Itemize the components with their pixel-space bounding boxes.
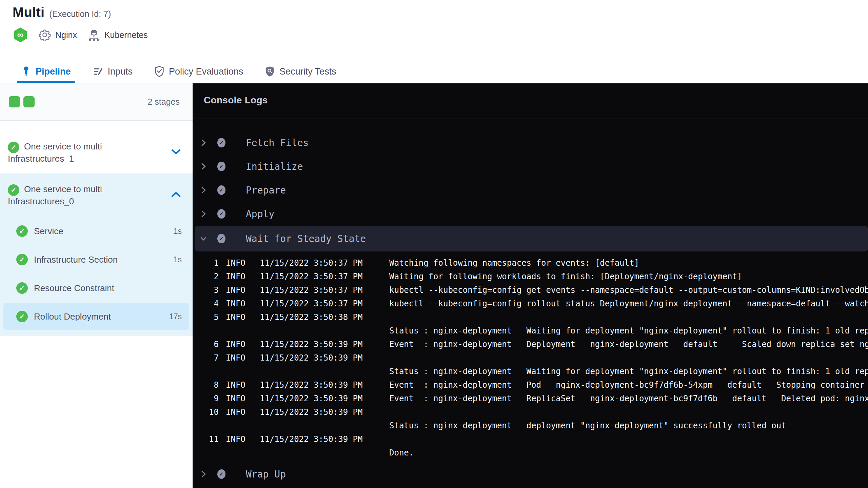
status-success-icon: ✓ [16, 311, 28, 322]
step-row[interactable]: ✓Infrastructure Section1s [3, 246, 189, 273]
log-message: kubectl --kubeconfig=config get events -… [389, 285, 868, 295]
log-message: Status : nginx-deployment Waiting for de… [389, 326, 868, 336]
chevron-down-icon[interactable] [170, 148, 182, 157]
chevron-right-icon[interactable] [199, 162, 208, 171]
execution-summary-bar: 2 stages [0, 83, 193, 121]
stage-status-squares [9, 96, 35, 107]
pipeline-icon [21, 66, 31, 77]
step-name: Infrastructure Section [34, 255, 118, 265]
page-title: Multi [13, 5, 44, 20]
chevron-up-icon[interactable] [170, 191, 182, 199]
log-level: INFO [226, 380, 260, 390]
log-row: 5INFO11/15/2022 3:50:38 PM [198, 310, 868, 324]
environment-name: Kubernetes [104, 30, 148, 40]
console-section-name: Apply [246, 208, 274, 220]
stage-row-infrastructures-1[interactable]: ✓ One service to multiInfrastructures_1 [0, 131, 193, 174]
log-line-number: 8 [198, 380, 219, 390]
status-success-icon: ✓ [217, 138, 225, 147]
log-line-number: 5 [198, 312, 219, 322]
console-section-row[interactable]: ✓Prepare [193, 178, 868, 202]
step-row[interactable]: ✓Service1s [3, 218, 189, 245]
status-success-icon: ✓ [16, 254, 28, 265]
shield-check-icon [154, 66, 164, 77]
log-level: INFO [226, 407, 260, 417]
log-level: INFO [226, 285, 260, 295]
log-line-number: 9 [198, 394, 219, 403]
log-row: 3INFO11/15/2022 3:50:37 PMkubectl --kube… [198, 283, 868, 297]
tab-pipeline[interactable]: Pipeline [17, 60, 75, 83]
step-duration: 1s [174, 227, 182, 236]
status-success-icon: ✓ [217, 209, 225, 219]
active-tab-underline [17, 81, 75, 83]
console-panel: Console Logs ✓Fetch Files✓Initialize✓Pre… [193, 83, 868, 488]
log-row: 1INFO11/15/2022 3:50:37 PMWatching follo… [198, 256, 868, 270]
log-level: INFO [226, 353, 260, 363]
console-body: ✓Fetch Files✓Initialize✓Prepare✓Apply✓Wa… [193, 119, 868, 486]
log-message: Status : nginx-deployment Waiting for de… [389, 367, 868, 376]
log-line-number: 2 [198, 272, 219, 281]
status-success-icon: ✓ [217, 162, 225, 171]
log-message: Waiting for following workloads to finis… [389, 272, 868, 281]
console-section-row[interactable]: ✓Wait for Steady State [195, 226, 868, 251]
step-name: Service [34, 226, 63, 237]
status-success-icon: ✓ [16, 282, 28, 294]
log-line-number: 10 [198, 407, 219, 417]
step-row[interactable]: ✓Rollout Deployment17s [3, 303, 189, 330]
environment-entity[interactable]: Kubernetes [88, 28, 148, 41]
tab-inputs[interactable]: Inputs [88, 60, 137, 83]
log-row: Done. [198, 446, 868, 460]
harness-cd-icon: ∞ [13, 27, 28, 43]
log-row: Status : nginx-deployment Waiting for de… [198, 324, 868, 338]
log-level: INFO [226, 434, 260, 444]
stage-count-label: 2 stages [147, 97, 180, 107]
console-section-row[interactable]: ✓Wrap Up [193, 462, 868, 486]
log-row: 9INFO11/15/2022 3:50:39 PMEvent : nginx-… [198, 392, 868, 405]
log-line-number: 1 [198, 258, 219, 268]
log-message: Event : nginx-deployment ReplicaSet ngin… [389, 394, 868, 403]
chevron-right-icon[interactable] [199, 185, 208, 195]
step-list: ✓Service1s✓Infrastructure Section1s✓Reso… [0, 218, 193, 330]
entity-row: ∞ Nginx [13, 27, 148, 43]
log-lines: 1INFO11/15/2022 3:50:37 PMWatching follo… [193, 253, 868, 462]
tab-security-tests[interactable]: Security Tests [261, 60, 340, 83]
log-row: 2INFO11/15/2022 3:50:37 PMWaiting for fo… [198, 270, 868, 283]
console-section-row[interactable]: ✓Initialize [193, 155, 868, 178]
chevron-right-icon[interactable] [199, 469, 208, 479]
log-message: kubectl --kubeconfig=config rollout stat… [389, 299, 868, 308]
console-section-row[interactable]: ✓Fetch Files [193, 131, 868, 155]
log-row: 7INFO11/15/2022 3:50:39 PM [198, 351, 868, 365]
log-row: 11INFO11/15/2022 3:50:39 PM [198, 432, 868, 446]
step-row[interactable]: ✓Resource Constraint [3, 274, 189, 302]
console-section-row[interactable]: ✓Apply [193, 202, 868, 226]
chevron-right-icon[interactable] [199, 209, 208, 219]
header: Multi (Execution Id: 7) ∞ Nginx [0, 0, 868, 83]
console-section-name: Fetch Files [246, 137, 309, 148]
log-level: INFO [226, 272, 260, 281]
log-message: Event : nginx-deployment Pod nginx-deplo… [389, 380, 868, 390]
step-duration: 1s [174, 255, 182, 264]
status-success-icon: ✓ [8, 142, 19, 153]
log-timestamp: 11/15/2022 3:50:39 PM [260, 407, 389, 417]
status-success-icon: ✓ [8, 184, 19, 196]
log-line-number: 4 [198, 299, 219, 308]
log-row: 8INFO11/15/2022 3:50:39 PMEvent : nginx-… [198, 378, 868, 392]
console-title: Console Logs [204, 95, 268, 105]
log-line-number: 3 [198, 285, 219, 295]
log-timestamp: 11/15/2022 3:50:38 PM [260, 312, 389, 322]
tab-policy-evaluations[interactable]: Policy Evaluations [150, 60, 247, 83]
kubernetes-infra-icon [88, 28, 100, 41]
log-level: INFO [226, 312, 260, 322]
stage-row-infrastructures-0[interactable]: ✓ One service to multiInfrastructures_0 [0, 174, 193, 216]
step-duration: 17s [169, 312, 182, 321]
title-row: Multi (Execution Id: 7) [13, 5, 111, 20]
log-level: INFO [226, 258, 260, 268]
service-entity[interactable]: Nginx [39, 29, 77, 41]
stage-success-square [9, 96, 20, 107]
chevron-down-icon[interactable] [199, 235, 208, 242]
step-name: Resource Constraint [34, 283, 114, 293]
log-timestamp: 11/15/2022 3:50:39 PM [260, 353, 389, 363]
log-timestamp: 11/15/2022 3:50:39 PM [260, 394, 389, 403]
chevron-right-icon[interactable] [199, 138, 208, 147]
stage-success-square [23, 96, 35, 107]
pipeline-execution-page: Multi (Execution Id: 7) ∞ Nginx [0, 0, 868, 488]
